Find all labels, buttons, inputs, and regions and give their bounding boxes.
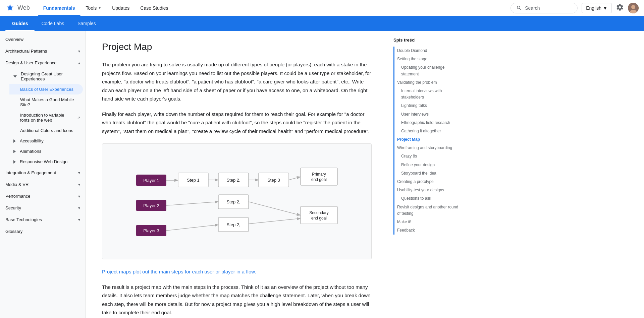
collapse-triangle-icon [13, 75, 17, 78]
svg-text:Player 3: Player 3 [143, 228, 159, 233]
sidebar-item-accessibility[interactable]: Accessibility [3, 136, 86, 146]
toc-setting-stage[interactable]: Setting the stage [394, 55, 462, 63]
lang-dropdown-icon: ▼ [603, 5, 607, 11]
chevron-down-icon: ▾ [78, 194, 80, 199]
nav-item-updates[interactable]: Updates [107, 0, 135, 16]
toc-refine-design[interactable]: Refine your design [394, 161, 462, 169]
search-box[interactable]: Search [511, 3, 578, 13]
main-layout: Overview Architectural Patterns ▾ Design… [0, 31, 644, 318]
main-content: Project Map The problem you are trying t… [86, 31, 388, 318]
svg-line-29 [289, 177, 300, 180]
svg-text:end goal: end goal [311, 216, 327, 220]
nav-item-fundamentals[interactable]: Fundamentals [38, 0, 80, 16]
chevron-down-icon: ▾ [78, 206, 80, 210]
toc-list: Double Diamond Setting the stage Updatin… [393, 47, 462, 235]
sidebar-item-architectural-patterns[interactable]: Architectural Patterns ▾ [0, 45, 86, 57]
toc-feedback[interactable]: Feedback [394, 226, 462, 235]
nav-item-case-studies[interactable]: Case Studies [135, 0, 173, 16]
intro-paragraph-1: The problem you are trying to solve is u… [102, 60, 372, 103]
chevron-up-icon: ▴ [78, 61, 80, 65]
toc-ethnographic[interactable]: Ethnographic field research [394, 119, 462, 127]
svg-text:Step 2,: Step 2, [226, 199, 240, 204]
svg-line-33 [249, 218, 300, 224]
sub-nav-codelabs[interactable]: Code Labs [35, 16, 71, 31]
sidebar-item-good-mobile[interactable]: What Makes a Good Mobile Site? [9, 94, 86, 110]
toc-crazy8s[interactable]: Crazy 8s [394, 152, 462, 161]
intro-paragraph-2: Finally for each player, write down the … [102, 110, 372, 136]
svg-text:Step 2,: Step 2, [226, 222, 240, 227]
toc-validating[interactable]: Validating the problem [394, 78, 462, 87]
sidebar-item-colors-icons[interactable]: Additional Colors and Icons [9, 125, 86, 136]
toc-storyboard[interactable]: Storyboard the idea [394, 169, 462, 178]
sidebar-item-responsive[interactable]: Responsive Web Design [3, 156, 86, 167]
expand-triangle-icon [13, 150, 16, 153]
right-sidebar-toc: Spis treści Double Diamond Setting the s… [388, 31, 462, 318]
svg-text:Player 1: Player 1 [143, 178, 159, 183]
search-label: Search [525, 5, 540, 11]
sidebar-item-basics-ux[interactable]: Basics of User Experiences [9, 84, 83, 94]
user-avatar[interactable] [628, 3, 639, 13]
svg-rect-23 [301, 206, 337, 224]
tools-dropdown-arrow: ▼ [98, 6, 101, 10]
nav-item-tools[interactable]: Tools ▼ [80, 0, 107, 16]
svg-text:Primary: Primary [312, 172, 326, 177]
toc-lightning-talks[interactable]: Lightning talks [394, 102, 462, 110]
left-sidebar: Overview Architectural Patterns ▾ Design… [0, 31, 86, 318]
designing-great-subitems: Basics of User Experiences What Makes a … [3, 84, 86, 136]
svg-text:Secondary: Secondary [309, 210, 328, 215]
svg-text:Step 2,: Step 2, [226, 178, 240, 183]
toc-wireframing[interactable]: Wireframing and storyboarding [394, 144, 462, 152]
toc-questions[interactable]: Questions to ask [394, 194, 462, 203]
toc-gathering[interactable]: Gathering it altogether [394, 127, 462, 135]
expand-triangle-icon [13, 160, 16, 164]
chevron-down-icon: ▾ [78, 217, 80, 222]
toc-usability-test[interactable]: Usability-test your designs [394, 186, 462, 194]
svg-text:Player 2: Player 2 [143, 203, 159, 208]
toc-creating-prototype[interactable]: Creating a prototype [394, 178, 462, 186]
sidebar-item-designing-great[interactable]: Designing Great User Experiences [3, 69, 86, 84]
toc-updating-challenge[interactable]: Updating your challenge statement [394, 63, 462, 78]
chevron-down-icon: ▾ [78, 49, 80, 54]
sub-nav: Guides Code Labs Samples [0, 16, 644, 31]
sidebar-item-base-technologies[interactable]: Base Technologies ▾ [0, 214, 86, 226]
sub-nav-guides[interactable]: Guides [5, 16, 35, 31]
chevron-down-icon: ▾ [78, 171, 80, 175]
sidebar-item-animations[interactable]: Animations [3, 146, 86, 156]
svg-line-31 [166, 225, 218, 231]
toc-double-diamond[interactable]: Double Diamond [394, 47, 462, 55]
toc-internal-interviews[interactable]: Internal interviews with stakeholders [394, 87, 462, 102]
logo-text: Web [17, 4, 30, 11]
expand-triangle-icon [13, 139, 16, 143]
svg-text:Step 3: Step 3 [267, 178, 280, 183]
external-link-icon: ↗ [77, 116, 80, 120]
sidebar-item-performance[interactable]: Performance ▾ [0, 190, 86, 202]
logo-area[interactable]: Web [5, 3, 30, 13]
content-para-3: The result is a project map with the mai… [102, 283, 372, 317]
svg-rect-20 [301, 168, 337, 185]
toc-make-it[interactable]: Make it! [394, 218, 462, 226]
svg-text:end goal: end goal [311, 177, 327, 182]
sub-nav-samples[interactable]: Samples [71, 16, 102, 31]
toc-title: Spis treści [388, 36, 462, 44]
svg-text:Step 1: Step 1 [187, 178, 200, 183]
sidebar-item-variable-fonts[interactable]: Introduction to variable fonts on the we… [9, 110, 86, 125]
toc-revisit[interactable]: Revisit designs and another round of tes… [394, 203, 462, 218]
chevron-down-icon: ▾ [78, 182, 80, 187]
sidebar-item-media-vr[interactable]: Media & VR ▾ [0, 179, 86, 190]
svg-point-0 [8, 6, 12, 10]
svg-point-2 [631, 5, 635, 9]
sidebar-item-glossary[interactable]: Glossary [0, 226, 86, 237]
sidebar-item-design-ux[interactable]: Design & User Experience ▴ [0, 57, 86, 69]
settings-button[interactable] [616, 3, 624, 12]
svg-line-32 [249, 202, 300, 215]
logo-icon [5, 3, 15, 13]
language-button[interactable]: English ▼ [582, 3, 612, 13]
sidebar-item-integration[interactable]: Integration & Engagement ▾ [0, 167, 86, 179]
search-icon [516, 5, 522, 11]
sidebar-item-overview[interactable]: Overview [0, 34, 86, 45]
sidebar-item-security[interactable]: Security ▾ [0, 202, 86, 214]
nav-items: Fundamentals Tools ▼ Updates Case Studie… [38, 0, 511, 16]
toc-project-map[interactable]: Project Map [394, 135, 462, 144]
toc-user-interviews[interactable]: User interviews [394, 110, 462, 119]
svg-line-30 [166, 202, 218, 205]
